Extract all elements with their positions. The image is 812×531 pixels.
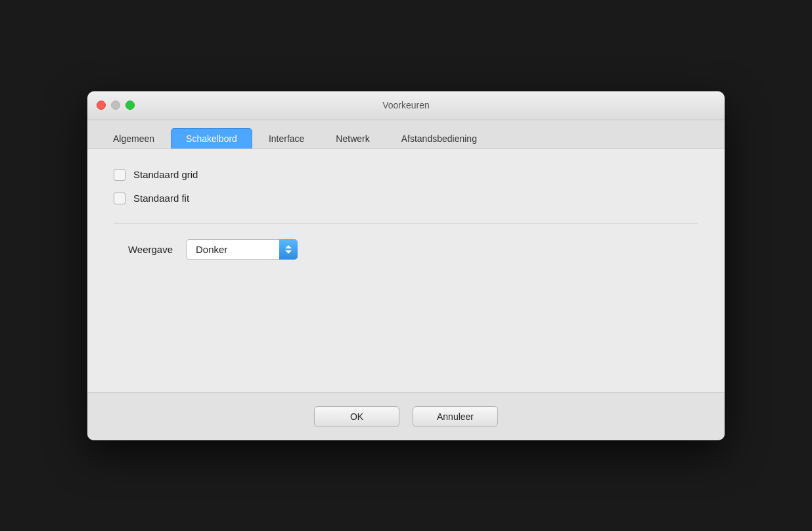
dropdown-label: Weergave xyxy=(114,244,173,255)
tab-algemeen[interactable]: Algemeen xyxy=(98,128,169,149)
footer: OK Annuleer xyxy=(87,392,725,440)
preferences-window: Voorkeuren Algemeen Schakelbord Interfac… xyxy=(87,91,725,440)
dropdown-row: Weergave Donker Licht Standaard xyxy=(114,239,698,260)
minimize-button[interactable] xyxy=(111,101,120,110)
window-title: Voorkeuren xyxy=(382,100,430,110)
titlebar: Voorkeuren xyxy=(87,91,725,120)
checkbox-row-grid: Standaard grid xyxy=(114,169,698,181)
weergave-dropdown[interactable]: Donker Licht Standaard xyxy=(186,239,298,260)
ok-button[interactable]: OK xyxy=(314,406,399,427)
checkbox-label-fit: Standaard fit xyxy=(133,193,189,204)
checkbox-standaard-grid[interactable] xyxy=(114,169,125,181)
tabs-bar: Algemeen Schakelbord Interface Netwerk A… xyxy=(87,120,725,149)
cancel-button[interactable]: Annuleer xyxy=(413,406,498,427)
maximize-button[interactable] xyxy=(125,101,135,110)
tab-interface[interactable]: Interface xyxy=(254,128,319,149)
window-controls xyxy=(97,101,135,110)
checkbox-row-fit: Standaard fit xyxy=(114,193,698,204)
tab-schakelbord[interactable]: Schakelbord xyxy=(171,128,252,149)
divider xyxy=(114,223,698,223)
tab-netwerk[interactable]: Netwerk xyxy=(321,128,384,149)
checkbox-standaard-fit[interactable] xyxy=(114,193,125,204)
content-area: Standaard grid Standaard fit Weergave Do… xyxy=(87,149,725,392)
close-button[interactable] xyxy=(97,101,106,110)
tab-afstandsbediening[interactable]: Afstandsbediening xyxy=(386,128,492,149)
checkbox-label-grid: Standaard grid xyxy=(133,169,198,180)
dropdown-wrapper: Donker Licht Standaard xyxy=(186,239,298,260)
checkboxes-section: Standaard grid Standaard fit xyxy=(114,169,698,204)
